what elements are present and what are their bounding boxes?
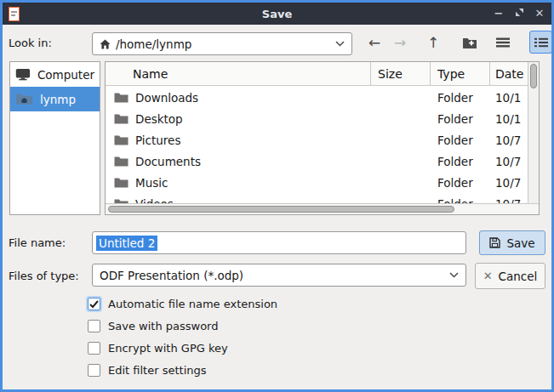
option-encrypt-gpg[interactable]: Encrypt with GPG key xyxy=(88,341,228,355)
file-name-input[interactable]: Untitled 2 xyxy=(92,231,466,254)
horizontal-scrollbar-thumb[interactable] xyxy=(108,206,454,213)
table-row[interactable]: Downloads Folder 10/1 xyxy=(106,87,528,108)
new-folder-button[interactable] xyxy=(459,31,481,54)
chevron-down-icon xyxy=(449,272,459,278)
sidebar-item-label: Computer xyxy=(37,68,94,82)
option-save-with-password[interactable]: Save with password xyxy=(88,319,218,333)
home-icon xyxy=(100,39,111,49)
places-sidebar: Computer lynmp xyxy=(9,61,100,215)
detail-view-icon xyxy=(534,37,548,48)
detail-view-button[interactable] xyxy=(529,31,552,54)
folder-icon xyxy=(114,177,129,189)
back-button[interactable]: ← xyxy=(363,31,386,54)
look-in-path: /home/lynmp xyxy=(116,37,191,51)
option-edit-filter-settings[interactable]: Edit filter settings xyxy=(88,363,207,378)
files-of-type-label: Files of type: xyxy=(9,270,79,282)
table-row[interactable]: Desktop Folder 10/1 xyxy=(106,108,528,129)
table-header: Name Size Type Date xyxy=(106,62,528,86)
cancel-icon: ✕ xyxy=(483,270,493,282)
new-folder-icon xyxy=(462,37,477,49)
column-header-name[interactable]: Name xyxy=(106,62,371,85)
file-list: Name Size Type Date Downloads Folder 10/… xyxy=(105,61,540,215)
table-row[interactable]: Pictures Folder 10/7 xyxy=(106,129,528,151)
file-name-value: Untitled 2 xyxy=(96,236,157,251)
folder-icon xyxy=(114,113,129,125)
checkbox[interactable] xyxy=(88,320,100,332)
chevron-down-icon xyxy=(335,41,345,47)
window-title: Save xyxy=(3,8,551,20)
save-dialog: Save − ✕ Look in: /home/lynmp ← → ↑ xyxy=(0,0,554,392)
table-row[interactable]: Documents Folder 10/7 xyxy=(106,151,528,172)
checkbox[interactable] xyxy=(88,342,100,355)
minimize-button[interactable]: − xyxy=(493,3,505,25)
file-name-label: File name: xyxy=(9,236,66,249)
vertical-scrollbar[interactable] xyxy=(528,62,539,203)
look-in-label: Look in: xyxy=(9,37,52,49)
restore-icon xyxy=(515,8,524,17)
file-type-value: ODF Presentation (*.odp) xyxy=(100,269,243,282)
horizontal-scrollbar[interactable] xyxy=(106,203,539,214)
table-body: Downloads Folder 10/1 Desktop Folder 10/… xyxy=(106,87,528,203)
restore-button[interactable] xyxy=(513,3,525,25)
home-folder-icon xyxy=(15,93,33,105)
table-row[interactable]: Music Folder 10/7 xyxy=(106,172,528,193)
checkbox[interactable] xyxy=(88,298,100,310)
checkmark-icon xyxy=(89,300,99,309)
computer-icon xyxy=(15,66,31,82)
table-row[interactable]: Videos Folder 10/7 xyxy=(106,193,528,203)
folder-icon xyxy=(114,156,129,168)
file-type-combobox[interactable]: ODF Presentation (*.odp) xyxy=(92,264,466,287)
option-auto-extension[interactable]: Automatic file name extension xyxy=(88,297,277,311)
column-header-date[interactable]: Date xyxy=(490,62,528,85)
close-button[interactable]: ✕ xyxy=(534,3,545,25)
list-view-button[interactable] xyxy=(491,31,514,54)
folder-icon xyxy=(114,92,129,104)
impress-document-icon xyxy=(9,7,20,21)
column-header-type[interactable]: Type xyxy=(431,62,490,85)
sidebar-item-home[interactable]: lynmp xyxy=(10,87,100,111)
list-view-icon xyxy=(496,37,510,48)
column-header-size[interactable]: Size xyxy=(371,62,431,85)
sidebar-item-label: lynmp xyxy=(40,93,76,106)
checkbox[interactable] xyxy=(88,364,100,377)
look-in-combobox[interactable]: /home/lynmp xyxy=(92,32,352,55)
folder-icon xyxy=(114,134,129,146)
forward-button[interactable]: → xyxy=(389,31,411,54)
cancel-button[interactable]: ✕ Cancel xyxy=(475,263,545,289)
sidebar-item-computer[interactable]: Computer xyxy=(10,62,100,87)
save-button[interactable]: Save xyxy=(479,230,545,255)
save-icon xyxy=(489,237,500,248)
titlebar[interactable]: Save − ✕ xyxy=(3,3,551,25)
vertical-scrollbar-thumb[interactable] xyxy=(530,64,537,88)
up-level-button[interactable]: ↑ xyxy=(422,31,444,54)
